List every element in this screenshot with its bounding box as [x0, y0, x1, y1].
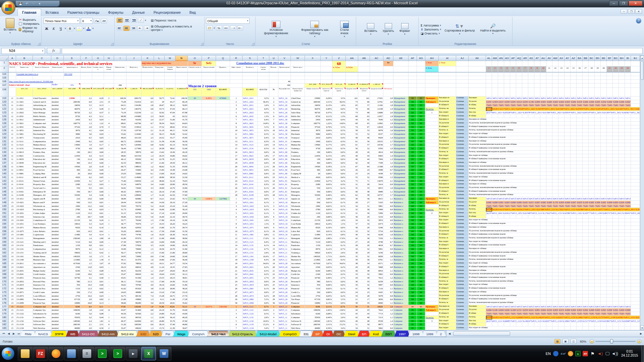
cell-AL2[interactable]: 1 [486, 66, 492, 72]
cell-P173[interactable] [202, 291, 216, 294]
cell-AZ182[interactable] [571, 323, 577, 326]
cell-BE156[interactable] [601, 230, 607, 233]
cell-AD146[interactable]: 1,7 [383, 193, 393, 197]
bold-button[interactable]: Ж [44, 26, 50, 31]
cell-AQ116[interactable] [516, 80, 522, 83]
cell-BA139[interactable] [577, 168, 583, 172]
cell-O142[interactable] [188, 179, 202, 183]
cell-B132[interactable]: 11-3121 [16, 143, 33, 147]
cell-AG127[interactable]: 63 [417, 125, 425, 129]
cell-W2[interactable]: Трансп орт и [291, 66, 305, 72]
cell-S130[interactable]: SrP11_3071 [243, 136, 258, 140]
cell-AH119[interactable]: Проверка [425, 97, 439, 100]
cell-AD135[interactable]: 1,4 [383, 154, 393, 158]
cell-AV128[interactable] [546, 129, 552, 132]
cell-B175[interactable]: 13-2082 [16, 298, 33, 301]
cell-AQ148[interactable]: 0,0002 [516, 201, 522, 204]
cell-AZ164[interactable] [571, 258, 577, 262]
cell-AH162[interactable] [425, 251, 439, 255]
cell-AG165[interactable]: 64 [417, 262, 425, 265]
cell-C183[interactable]: Web Develop [33, 326, 51, 330]
cell-G122[interactable]: 0,49 [92, 107, 104, 111]
cell-E153[interactable]: 21150 [64, 219, 80, 222]
cell-S170[interactable]: SrP13_2052 [243, 280, 258, 284]
cell-Q155[interactable] [216, 226, 230, 230]
cell-M175[interactable]: 11,49 [165, 298, 175, 301]
cell-AZ142[interactable] [571, 179, 577, 183]
cell-AO121[interactable]: *SrP11_2021 [504, 104, 510, 107]
sheet-tab-2[interactable]: 2 [436, 330, 446, 337]
cell-BG149[interactable]: *SrP13_2041 [613, 204, 619, 208]
cell-AU149[interactable]: *SrP13_1075 [540, 204, 546, 208]
cell-AB157[interactable]: 34 [358, 233, 370, 237]
cell-BA156[interactable] [577, 230, 583, 233]
cell-AX146[interactable] [558, 193, 565, 197]
cell-C141[interactable]: Medical and H [33, 176, 51, 179]
cell-T135[interactable]: 1,8% [258, 154, 269, 158]
cell-P126[interactable] [202, 122, 216, 125]
cell-A160[interactable]: 13 [9, 244, 16, 247]
cell-T142[interactable]: 3,2% [258, 179, 269, 183]
increase-font-icon[interactable]: A▴ [94, 18, 100, 23]
cell-BD2[interactable]: 19 [595, 66, 601, 72]
cell-BJ133[interactable] [631, 147, 640, 150]
cell-V156[interactable]: SrP13_10 [278, 230, 291, 233]
cell-M182[interactable]: 37,40 [165, 323, 175, 326]
cell-BD170[interactable] [595, 280, 601, 284]
cell-AJ174[interactable]: Соотнош [456, 294, 469, 298]
cell-X151[interactable]: 1120 [305, 212, 321, 215]
cell-O163[interactable] [188, 255, 202, 258]
cell-AH1[interactable]: 1 Этап [425, 61, 439, 66]
cell-AX175[interactable] [558, 298, 565, 301]
cell-F125[interactable]: 6,3 [80, 118, 92, 122]
cell-AF121[interactable]: 63 [409, 104, 417, 107]
cell-B120[interactable]: 11-1021 [16, 100, 33, 104]
cell-P159[interactable] [202, 240, 216, 244]
cell-BD126[interactable] [595, 122, 601, 125]
cell-AY116[interactable] [565, 80, 571, 83]
cell-BH164[interactable] [619, 258, 625, 262]
cell-K156[interactable]: 4,1 [142, 230, 154, 233]
cell-B127[interactable]: 11-3031 [16, 125, 33, 129]
cell-AY171[interactable] [565, 283, 571, 287]
cell-L141[interactable]: 28,89 [154, 176, 165, 179]
cell-AB127[interactable]: 67 [358, 125, 370, 129]
cell-D123[interactable]: detailed [51, 111, 64, 115]
cell-X2[interactable] [305, 66, 321, 72]
cell-F171[interactable]: 19,4 [80, 283, 92, 287]
row-header-176[interactable]: 176 [0, 301, 9, 305]
cell-AJ135[interactable]: Соотнош [456, 154, 469, 158]
cell-V114[interactable] [278, 72, 291, 76]
tray-led-grid-icon[interactable]: ▦ [575, 351, 581, 356]
cell-AM179[interactable]: *SrP15_1121 [492, 312, 498, 316]
cell-N158[interactable]: 38,90 [175, 237, 188, 240]
cell-W119[interactable]: Chief Exec [291, 97, 305, 100]
cell-BI140[interactable] [625, 172, 631, 176]
cell-AB144[interactable]: 33 [358, 186, 370, 190]
cell-S152[interactable]: SrP13_1032 [243, 215, 258, 219]
cell-K151[interactable]: 3,4 [142, 212, 154, 215]
cell-BB154[interactable] [583, 222, 589, 226]
cell-BA177[interactable]: SrP15_2031 [577, 305, 583, 309]
cell-Z132[interactable]: 2,0% [332, 143, 346, 147]
cell-Y172[interactable]: 0,02% [321, 287, 332, 291]
cell-BJ176[interactable] [631, 301, 640, 305]
cell-AU156[interactable] [540, 230, 546, 233]
cell-BE139[interactable] [601, 168, 607, 172]
cell-C165[interactable]: Accountants a [33, 262, 51, 265]
cell-N125[interactable]: 41,70 [175, 118, 188, 122]
cell-L136[interactable]: 22,78 [154, 158, 165, 161]
cell-R175[interactable]: 29 [230, 298, 243, 301]
cell-AB154[interactable]: 34 [358, 222, 370, 226]
cell-Q151[interactable] [216, 212, 230, 215]
cell-A114[interactable] [9, 72, 16, 76]
cell-T147[interactable]: 0,0% [258, 197, 269, 201]
cell-M157[interactable]: 26,30 [165, 233, 175, 237]
cell-O140[interactable] [188, 172, 202, 176]
cell-D165[interactable]: detailed [51, 262, 64, 265]
cell-AZ128[interactable] [571, 129, 577, 132]
cell-G156[interactable]: 0,01 [92, 230, 104, 233]
cell-AF170[interactable]: 64 [409, 280, 417, 284]
cell-BH144[interactable] [619, 186, 625, 190]
cell-AF144[interactable]: 63 [409, 186, 417, 190]
